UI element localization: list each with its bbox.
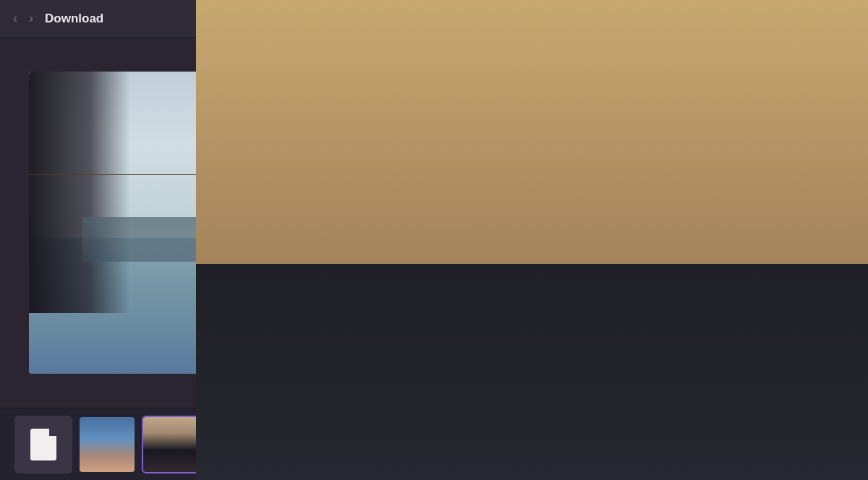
thumbnail-video[interactable] [142, 416, 200, 473]
thumbnail-doc[interactable] [14, 416, 72, 473]
nav-buttons: ‹ › [9, 8, 38, 29]
file-info-header: LG OLED： The Circle 4K 60fps｜LG.mp4 Movi… [594, 38, 868, 104]
thumbnail-portrait[interactable] [78, 416, 136, 473]
file-thumbnail [608, 56, 652, 90]
video-thumb-img [143, 417, 198, 472]
page-title: Download [45, 12, 103, 26]
main-content: LG OLED： The Circle 4K 60fps｜LG.mp4 Movi… [0, 38, 868, 480]
back-button[interactable]: ‹ [9, 8, 22, 29]
portrait-thumb-img [80, 417, 135, 472]
tree-left [29, 72, 130, 313]
right-panel: LG OLED： The Circle 4K 60fps｜LG.mp4 Movi… [593, 38, 868, 480]
forward-button[interactable]: › [25, 8, 38, 29]
file-thumb-inner [608, 56, 652, 90]
doc-icon [30, 429, 56, 460]
